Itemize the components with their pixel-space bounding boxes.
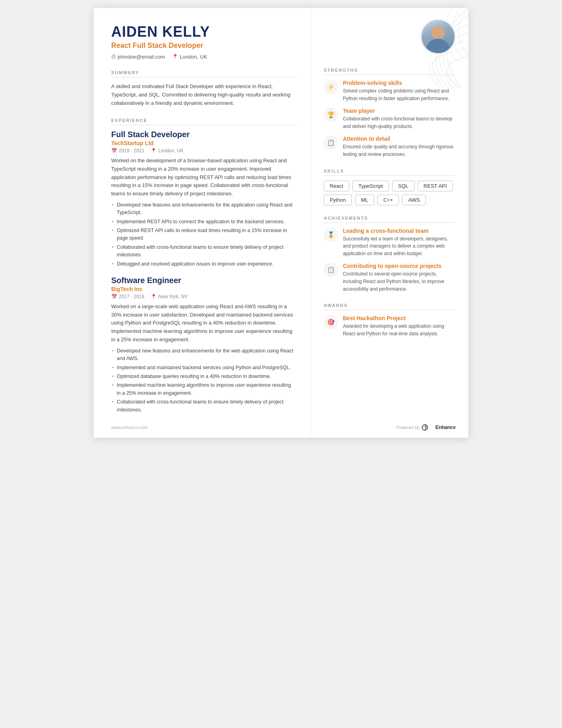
avatar <box>421 19 456 54</box>
exp-dates-2: 📅 2017 - 2019 <box>111 294 144 299</box>
award-content-1: Best Hackathon Project Awarded for devel… <box>343 315 456 337</box>
skill-typescript: TypeScript <box>352 181 389 191</box>
bullet-2-5: Collaborated with cross-functional teams… <box>111 398 296 414</box>
achievements-heading: ACHIEVEMENTS <box>324 216 456 223</box>
right-column: STRENGTHS ⚡ Problem-solving skills Solve… <box>311 8 468 438</box>
achievement-content-1: Leading a cross-functional team Successf… <box>343 228 456 258</box>
email-item: @ johndoe@email.com <box>111 54 165 60</box>
experience-item-2: Software Engineer BigTech Inc 📅 2017 - 2… <box>111 276 296 414</box>
skill-restapi: REST API <box>418 181 453 191</box>
strength-item-1: ⚡ Problem-solving skills Solved complex … <box>324 80 456 102</box>
email-value: johndoe@email.com <box>118 54 165 60</box>
resume-container: AIDEN KELLY React Full Stack Developer @… <box>94 8 468 438</box>
powered-by-label: Powered by <box>396 425 419 430</box>
strength-title-3: Attention to detail <box>343 136 456 142</box>
strength-desc-2: Collaborated with cross-functional teams… <box>343 115 456 130</box>
exp-bullets-1: Developed new features and enhancements … <box>111 201 296 268</box>
skills-grid: React TypeScript SQL REST API Python ML … <box>324 181 456 205</box>
exp-desc-1: Worked on the development of a browser-b… <box>111 157 296 198</box>
bullet-1-2: Implemented REST APIs to connect the app… <box>111 218 296 226</box>
exp-bullets-2: Developed new features and enhancements … <box>111 347 296 414</box>
strength-icon-1: ⚡ <box>324 80 338 94</box>
bullet-1-1: Developed new features and enhancements … <box>111 201 296 217</box>
experience-heading: EXPERIENCE <box>111 118 296 125</box>
exp-company-1: TechStartup Ltd <box>111 140 296 146</box>
footer-brand: Powered by Enhancv <box>396 424 456 431</box>
awards-section: AWARDS 🎯 Best Hackathon Project Awarded … <box>324 303 456 337</box>
skill-sql: SQL <box>392 181 415 191</box>
footer: www.enhancv.com Powered by Enhancv <box>111 424 456 431</box>
location-value: London, UK <box>180 54 207 60</box>
bullet-1-5: Debugged and resolved application issues… <box>111 260 296 268</box>
email-icon: @ <box>111 54 116 59</box>
strength-item-2: 🏆 Team player Collaborated with cross-fu… <box>324 108 456 130</box>
bullet-1-3: Optimized REST API calls to reduce load … <box>111 227 296 242</box>
bullet-2-2: Implemented and maintained backend servi… <box>111 364 296 372</box>
contact-info: @ johndoe@email.com 📍 London, UK <box>111 54 296 60</box>
exp-company-2: BigTech Inc <box>111 286 296 292</box>
strength-icon-3: 📋 <box>324 136 338 150</box>
exp-location-2: 📍 New York, NY <box>151 294 188 299</box>
award-title-1: Best Hackathon Project <box>343 315 456 321</box>
pin-icon-2: 📍 <box>151 294 157 299</box>
strength-title-1: Problem-solving skills <box>343 80 456 86</box>
brand-logo-icon <box>422 424 433 431</box>
skill-aws: AWS <box>402 195 426 205</box>
award-item-1: 🎯 Best Hackathon Project Awarded for dev… <box>324 315 456 337</box>
award-desc-1: Awarded for developing a web application… <box>343 323 456 337</box>
strength-desc-1: Solved complex coding problems using Rea… <box>343 87 456 102</box>
exp-meta-1: 📅 2019 - 2021 📍 London, UK <box>111 148 296 153</box>
skill-python: Python <box>324 195 352 205</box>
exp-dates-1: 📅 2019 - 2021 <box>111 148 144 153</box>
exp-role-2: Software Engineer <box>111 276 296 285</box>
exp-location-1: 📍 London, UK <box>151 148 183 153</box>
achievement-title-2: Contributing to open-source projects <box>343 263 456 269</box>
achievement-desc-2: Contributed to several open-source proje… <box>343 270 456 293</box>
strengths-section: STRENGTHS ⚡ Problem-solving skills Solve… <box>324 68 456 158</box>
exp-role-1: Full Stack Developer <box>111 130 296 139</box>
bullet-2-4: Implemented machine learning algorithms … <box>111 382 296 397</box>
achievement-content-2: Contributing to open-source projects Con… <box>343 263 456 293</box>
strength-desc-3: Ensured code quality and accuracy throug… <box>343 143 456 158</box>
skills-section: SKILLS React TypeScript SQL REST API Pyt… <box>324 169 456 205</box>
exp-meta-2: 📅 2017 - 2019 📍 New York, NY <box>111 294 296 299</box>
experience-section: EXPERIENCE Full Stack Developer TechStar… <box>111 118 296 414</box>
skill-cpp: C++ <box>377 195 399 205</box>
svg-point-0 <box>422 425 428 430</box>
award-icon-1: 🎯 <box>324 315 338 329</box>
bullet-2-1: Developed new features and enhancements … <box>111 347 296 363</box>
strength-content-2: Team player Collaborated with cross-func… <box>343 108 456 130</box>
header-section: AIDEN KELLY React Full Stack Developer @… <box>111 24 296 60</box>
summary-text: A skilled and motivated Full Stack Devel… <box>111 82 296 108</box>
achievement-desc-1: Successfully led a team of developers, d… <box>343 235 456 258</box>
location-item: 📍 London, UK <box>172 54 207 60</box>
bullet-2-3: Optimized database queries resulting in … <box>111 373 296 380</box>
pin-icon-1: 📍 <box>151 148 157 153</box>
exp-desc-2: Worked on a large-scale web application … <box>111 303 296 344</box>
strength-title-2: Team player <box>343 108 456 114</box>
brand-name: Enhancv <box>435 424 456 430</box>
skill-ml: ML <box>355 195 374 205</box>
left-column: AIDEN KELLY React Full Stack Developer @… <box>94 8 311 438</box>
achievement-title-1: Leading a cross-functional team <box>343 228 456 234</box>
experience-item-1: Full Stack Developer TechStartup Ltd 📅 2… <box>111 130 296 268</box>
achievements-section: ACHIEVEMENTS 🏅 Leading a cross-functiona… <box>324 216 456 293</box>
strengths-heading: STRENGTHS <box>324 68 456 75</box>
summary-section: SUMMARY A skilled and motivated Full Sta… <box>111 70 296 108</box>
location-icon: 📍 <box>172 54 178 59</box>
summary-heading: SUMMARY <box>111 70 296 77</box>
skill-react: React <box>324 181 349 191</box>
skills-heading: SKILLS <box>324 169 456 176</box>
candidate-name: AIDEN KELLY <box>111 24 296 40</box>
strength-content-1: Problem-solving skills Solved complex co… <box>343 80 456 102</box>
achievement-item-2: 📋 Contributing to open-source projects C… <box>324 263 456 293</box>
strength-content-3: Attention to detail Ensured code quality… <box>343 136 456 158</box>
achievement-icon-1: 🏅 <box>324 228 338 242</box>
footer-website: www.enhancv.com <box>111 425 147 430</box>
achievement-icon-2: 📋 <box>324 263 338 277</box>
bullet-1-4: Collaborated with cross-functional teams… <box>111 244 296 259</box>
achievement-item-1: 🏅 Leading a cross-functional team Succes… <box>324 228 456 258</box>
calendar-icon-2: 📅 <box>111 294 117 299</box>
strength-item-3: 📋 Attention to detail Ensured code quali… <box>324 136 456 158</box>
candidate-title: React Full Stack Developer <box>111 41 296 50</box>
